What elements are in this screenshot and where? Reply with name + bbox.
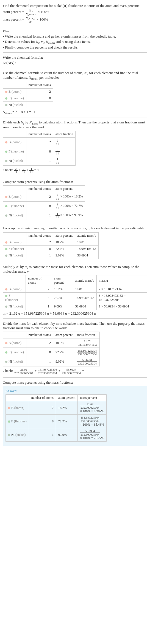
molecular-mass: Multiply Ni by mi to compute the mass fo… [3, 265, 147, 316]
table-row: Ni (nickel)19.09%58.6934232.300625304 [3, 357, 100, 366]
divider [3, 26, 147, 26]
table-row: F (fluorine)8811 × 100% = 72.7% [3, 201, 85, 211]
answer-label: Answer: [5, 389, 145, 393]
divider [3, 52, 147, 53]
masspct-title: Compute mass percents using the mass fra… [3, 380, 147, 385]
table-row: B (boron)218.2%10.812 × 10.81 = 21.62 [3, 286, 147, 293]
nickel-icon [5, 104, 7, 106]
massfrac-table: number of atomsatom percentmass fraction… [3, 332, 100, 366]
atom-percents: Compute atom percents using the atom fra… [3, 180, 147, 220]
divider [3, 117, 147, 117]
nickel-icon [8, 434, 10, 436]
table-header: number of atoms [3, 82, 53, 88]
atoms-table: number of atoms B (boron)2 F (fluorine)8… [3, 82, 53, 108]
count-atoms: Use the chemical formula to count the nu… [3, 71, 147, 115]
table-row: Ni (nickel)1111 × 100% = 9.09% [3, 211, 85, 220]
divider [3, 177, 147, 177]
table-row: F (fluorine)872.7%18.9984031638 × 18.998… [3, 293, 147, 303]
table-row: Ni (nickel)19.09%58.6934 [3, 252, 99, 259]
molmass-title: Multiply Ni by mi to compute the mass fo… [3, 265, 147, 274]
table-row: F (fluorine)872.7%151.987225304232.30062… [6, 415, 107, 428]
table-row: Ni (nickel)1 [3, 101, 53, 108]
intro-title: Find the elemental composition for nicke… [3, 4, 147, 8]
boron-icon [5, 288, 7, 290]
table-header: number of atomsatom percentatomic mass/u [3, 232, 99, 239]
formula-title: Write the chemical formula: [3, 55, 147, 60]
masspct-table: number of atomsatom percentmass percent … [5, 394, 107, 442]
fluorine-icon [5, 248, 7, 250]
atompct-table: number of atomsatom percent B (boron)221… [3, 185, 85, 220]
table-row: B (boron)2211 × 100% = 18.2% [3, 192, 85, 201]
formula-value: Ni(BF₄)₂ [3, 61, 147, 65]
table-row: F (fluorine)8 [3, 95, 53, 101]
chemical-formula: Write the chemical formula: Ni(BF₄)₂ [3, 55, 147, 65]
natoms-sum: Natoms = 2 + 8 + 1 = 11 [3, 110, 147, 115]
plan-l3: • Finally, compute the percents and chec… [3, 45, 147, 50]
divider [3, 68, 147, 68]
boron-icon [5, 342, 7, 344]
mass-fractions: Divide the mass for each element by m to… [3, 321, 147, 375]
molmass-sum: m = 21.62 u + 151.987225304 u + 58.6934 … [3, 311, 147, 316]
table-row: B (boron)218.2%21.62232.300625304× 100% … [6, 401, 107, 415]
mass-percent-formula: mass percent = N_i m_im × 100% [3, 16, 147, 23]
atomfrac-title: Divide each Ni by Natoms to calculate at… [3, 120, 147, 129]
table-header: number of atomsatom percentmass percent [6, 395, 107, 401]
intro: Find the elemental composition for nicke… [3, 4, 147, 23]
nickel-icon [5, 306, 7, 308]
molmass-table: number of atomsatom percentatomic mass/u… [3, 275, 147, 310]
table-header: number of atomsatom percentmass fraction [3, 332, 100, 338]
atomicmass-title: Look up the atomic mass, mi, in unified … [3, 226, 147, 231]
table-row: Ni (nickel)1111 [3, 156, 76, 165]
table-row: F (fluorine)872.7%18.998403163 [3, 245, 99, 252]
table-header: number of atomsatom fraction [3, 131, 76, 137]
fluorine-icon [5, 205, 7, 207]
table-row: B (boron)2211 [3, 137, 76, 147]
fluorine-icon [5, 97, 7, 100]
boron-icon [5, 91, 7, 93]
table-header: number of atomsatom percentatomic mass/u… [3, 275, 147, 286]
count-title: Use the chemical formula to count the nu… [3, 71, 147, 80]
fluorine-icon [5, 151, 7, 153]
divider [3, 318, 147, 319]
table-row: B (boron)218.2%10.81 [3, 239, 99, 245]
nickel-icon [5, 160, 7, 162]
plan-l1: • Write the chemical formula and gather … [3, 34, 147, 39]
divider [3, 262, 147, 262]
nickel-icon [5, 255, 7, 257]
plan: Plan: • Write the chemical formula and g… [3, 29, 147, 50]
atomfrac-table: number of atomsatom fraction B (boron)22… [3, 131, 76, 166]
atomfrac-check: Check: 211 + 811 + 111 = 1 [3, 167, 147, 174]
table-row: B (boron)218.2%21.62232.300625304 [3, 338, 100, 348]
table-row: F (fluorine)872.7%151.987225304232.30062… [3, 348, 100, 357]
divider [3, 223, 147, 223]
atomicmass-table: number of atomsatom percentatomic mass/u… [3, 232, 99, 259]
boron-icon [5, 141, 7, 143]
boron-icon [5, 241, 7, 244]
plan-title: Plan: [3, 29, 147, 33]
table-row: B (boron)2 [3, 88, 53, 95]
table-row: Ni (nickel)19.09%58.69341 × 58.6934 = 58… [3, 303, 147, 310]
table-row: F (fluorine)8811 [3, 147, 76, 156]
boron-icon [5, 196, 7, 198]
atomic-mass: Look up the atomic mass, mi, in unified … [3, 226, 147, 259]
table-row: Ni (nickel)19.09%58.6934232.300625304× 1… [6, 428, 107, 442]
table-header: number of atomsatom percent [3, 185, 85, 192]
boron-icon [8, 407, 10, 409]
atom-percent-formula: atom percent = N_iN_atoms × 100% [3, 9, 147, 16]
atompct-title: Compute atom percents using the atom fra… [3, 180, 147, 184]
fluorine-icon [5, 351, 7, 354]
divider [3, 377, 147, 378]
mass-percents: Compute mass percents using the mass fra… [3, 380, 147, 446]
massfrac-check: Check: 21.62232.300625304 + 151.98722530… [3, 368, 147, 375]
nickel-icon [5, 214, 7, 217]
nickel-icon [5, 361, 7, 363]
fluorine-icon [8, 420, 10, 423]
plan-l2: • Determine values for Ni, mi, Natoms an… [3, 39, 147, 44]
answer-box: Answer: number of atomsatom percentmass … [3, 386, 147, 446]
fluorine-icon [5, 295, 7, 297]
massfrac-title: Divide the mass for each element by m to… [3, 321, 147, 330]
atom-fractions: Divide each Ni by Natoms to calculate at… [3, 120, 147, 174]
